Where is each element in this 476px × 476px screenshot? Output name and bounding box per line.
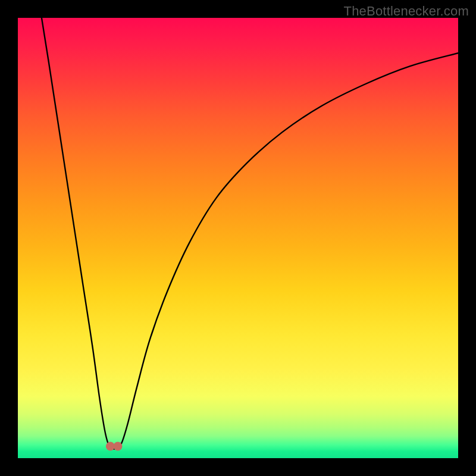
plot-area <box>18 18 458 458</box>
bottleneck-curve-left <box>42 18 110 446</box>
valley-node-1 <box>113 442 122 451</box>
chart-frame: TheBottlenecker.com <box>0 0 476 476</box>
watermark-text: TheBottlenecker.com <box>344 4 469 19</box>
curve-layer <box>18 18 458 458</box>
bottleneck-curve-right <box>118 53 458 446</box>
